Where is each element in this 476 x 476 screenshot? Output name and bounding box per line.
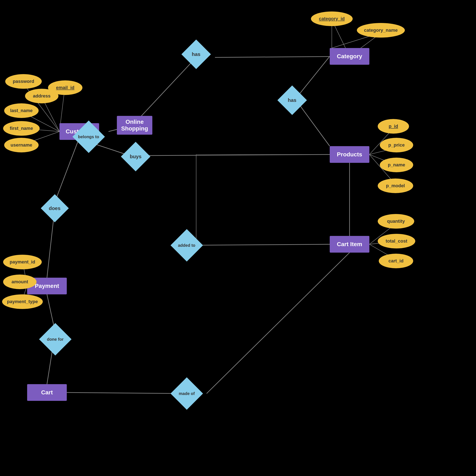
email-id-attribute: email_id	[48, 80, 83, 95]
svg-line-19	[186, 244, 330, 245]
category-entity: Category	[330, 48, 369, 65]
svg-line-16	[67, 392, 186, 393]
payment-id-attribute: payment_id	[3, 255, 42, 269]
username-attribute: username	[4, 138, 39, 152]
products-entity: Products	[330, 146, 369, 163]
svg-line-12	[54, 138, 79, 204]
p-price-attribute: p_price	[380, 138, 413, 152]
svg-line-6	[295, 56, 330, 99]
password-attribute: password	[5, 74, 42, 89]
category-id-attribute: category_id	[311, 12, 353, 26]
cart-item-entity: Cart Item	[330, 236, 369, 253]
cart-id-attribute: cart_id	[379, 254, 413, 268]
p-id-attribute: p_id	[378, 119, 409, 134]
svg-line-14	[47, 294, 54, 328]
payment-type-attribute: payment_type	[2, 294, 43, 309]
svg-line-1	[135, 57, 196, 123]
svg-line-9	[108, 129, 117, 132]
category-name-attribute: category_name	[357, 23, 405, 37]
p-model-attribute: p_model	[378, 178, 413, 193]
last-name-attribute: last_name	[4, 103, 39, 118]
first-name-attribute: first_name	[3, 121, 40, 136]
cart-entity: Cart	[27, 384, 67, 401]
quantity-attribute: quantity	[378, 214, 414, 229]
svg-line-17	[207, 253, 350, 393]
svg-line-13	[47, 213, 54, 278]
online-shopping-entity: Online Shopping	[117, 116, 152, 135]
total-cost-attribute: total_cost	[378, 234, 415, 248]
amount-attribute: amount	[3, 275, 36, 289]
svg-line-11	[148, 155, 330, 156]
p-name-attribute: p_name	[380, 158, 413, 172]
